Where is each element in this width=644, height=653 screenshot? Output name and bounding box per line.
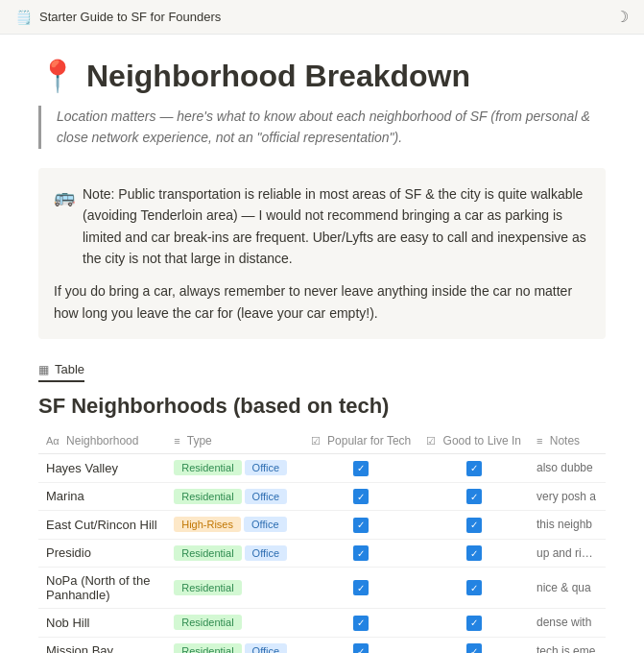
notes-cell: very posh a: [529, 482, 606, 511]
type-tag: Office: [245, 545, 288, 561]
neighborhood-cell: Mission Bay: [38, 637, 166, 653]
notes-list-icon: ≡: [537, 435, 542, 447]
col-type-label: Type: [187, 434, 212, 447]
checkbox-checked: ✓: [353, 545, 369, 561]
text-icon: Aα: [46, 435, 60, 447]
col-popular-label: Popular for Tech: [327, 434, 411, 447]
note-primary-text: Note: Public transportation is reliable …: [83, 183, 590, 270]
type-cell: ResidentialOffice: [166, 482, 303, 511]
type-tag: Residential: [174, 460, 241, 475]
note-box: 🚌 Note: Public transportation is reliabl…: [38, 168, 606, 339]
checkbox-checked: ✓: [466, 489, 482, 504]
neighborhoods-table: Aα Neighborhood ≡ Type ☑ Popular for Tec…: [38, 428, 606, 653]
type-cell: Residential: [166, 568, 303, 609]
checkbox-checked: ✓: [466, 580, 482, 595]
quote-text: Location matters — here's what to know a…: [57, 109, 590, 145]
popular-cell: ✓: [303, 568, 419, 609]
checkbox-checked: ✓: [466, 643, 482, 653]
table-row: East Cut/Rincon HillHigh-RisesOffice✓✓th…: [38, 511, 606, 540]
live-cell: ✓: [418, 609, 529, 638]
notes-cell: dense with: [529, 609, 606, 638]
title-bar: 🗒️ Starter Guide to SF for Founders ☽: [0, 0, 644, 35]
col-live-label: Good to Live In: [443, 434, 521, 447]
checkbox-checked: ✓: [466, 518, 482, 533]
neighborhood-cell: Nob Hill: [38, 609, 166, 638]
table-row: Nob HillResidential✓✓dense with: [38, 609, 606, 638]
type-tag: Office: [245, 460, 288, 475]
checkbox-checked: ✓: [353, 643, 369, 653]
type-tag: Residential: [174, 489, 241, 504]
bus-icon: 🚌: [54, 183, 75, 270]
popular-cell: ✓: [303, 637, 419, 653]
live-cell: ✓: [418, 454, 529, 483]
moon-icon: ☽: [615, 9, 629, 25]
type-cell: ResidentialOffice: [166, 539, 303, 568]
page-title-container: 📍 Neighborhood Breakdown: [38, 58, 606, 94]
col-header-neighborhood: Aα Neighborhood: [38, 428, 166, 454]
notes-cell: nice & qua: [529, 568, 606, 609]
checkbox-checked: ✓: [466, 545, 482, 561]
checkbox-checked: ✓: [466, 616, 482, 631]
type-cell: ResidentialOffice: [166, 454, 303, 483]
notes-cell: up and risin here.: [529, 539, 606, 568]
list-icon: ≡: [174, 435, 179, 447]
col-header-type: ≡ Type: [166, 428, 303, 454]
popular-cell: ✓: [303, 482, 419, 511]
live-cell: ✓: [418, 482, 529, 511]
title-bar-left: 🗒️ Starter Guide to SF for Founders: [15, 10, 221, 25]
type-tag: Residential: [174, 615, 241, 630]
neighborhood-cell: Marina: [38, 482, 166, 511]
page-icon: 🗒️: [15, 10, 32, 25]
note-header: 🚌 Note: Public transportation is reliabl…: [54, 183, 590, 270]
col-header-live: ☑ Good to Live In: [418, 428, 529, 454]
check-icon-popular: ☑: [311, 435, 321, 447]
type-tag: Residential: [174, 580, 241, 595]
table-row: MarinaResidentialOffice✓✓very posh a: [38, 482, 606, 511]
notes-cell: also dubbe: [529, 454, 606, 483]
title-bar-text: Starter Guide to SF for Founders: [39, 10, 221, 24]
type-tag: Office: [244, 517, 287, 532]
col-header-notes: ≡ Notes: [529, 428, 606, 454]
checkbox-checked: ✓: [353, 518, 369, 533]
checkbox-checked: ✓: [353, 616, 369, 631]
checkbox-checked: ✓: [353, 580, 369, 595]
type-tag: Office: [245, 489, 288, 504]
live-cell: ✓: [418, 568, 529, 609]
quote-block: Location matters — here's what to know a…: [38, 106, 606, 149]
table-row: NoPa (North of the Panhandle)Residential…: [38, 568, 606, 609]
table-icon: ▦: [38, 363, 49, 376]
moon-button[interactable]: ☽: [615, 8, 629, 26]
neighborhood-cell: NoPa (North of the Panhandle): [38, 568, 166, 609]
note-secondary-text: If you do bring a car, always remember t…: [54, 280, 590, 324]
popular-cell: ✓: [303, 454, 419, 483]
type-cell: ResidentialOffice: [166, 637, 303, 653]
type-tag: Residential: [174, 643, 241, 653]
popular-cell: ✓: [303, 609, 419, 638]
neighborhood-cell: East Cut/Rincon Hill: [38, 511, 166, 540]
checkbox-checked: ✓: [353, 489, 369, 504]
type-tag: High-Rises: [174, 517, 241, 532]
table-row: Mission BayResidentialOffice✓✓tech is em…: [38, 637, 606, 653]
table-tab[interactable]: ▦ Table: [38, 362, 84, 382]
check-icon-live: ☑: [426, 435, 436, 447]
type-cell: High-RisesOffice: [166, 511, 303, 540]
type-tag: Residential: [174, 545, 241, 561]
checkbox-checked: ✓: [466, 461, 482, 476]
live-cell: ✓: [418, 539, 529, 568]
col-header-popular: ☑ Popular for Tech: [303, 428, 419, 454]
live-cell: ✓: [418, 637, 529, 653]
notes-cell: this neighb: [529, 511, 606, 540]
table-header-row: Aα Neighborhood ≡ Type ☑ Popular for Tec…: [38, 428, 606, 454]
page-title-emoji: 📍: [38, 58, 77, 94]
neighborhood-cell: Hayes Valley: [38, 454, 166, 483]
checkbox-checked: ✓: [353, 461, 369, 476]
popular-cell: ✓: [303, 539, 419, 568]
type-tag: Office: [245, 643, 288, 653]
table-row: PresidioResidentialOffice✓✓up and risin …: [38, 539, 606, 568]
col-notes-label: Notes: [550, 434, 580, 447]
page-title: Neighborhood Breakdown: [86, 59, 470, 94]
notes-cell: tech is eme: [529, 637, 606, 653]
popular-cell: ✓: [303, 511, 419, 540]
live-cell: ✓: [418, 511, 529, 540]
main-content: 📍 Neighborhood Breakdown Location matter…: [0, 35, 644, 653]
